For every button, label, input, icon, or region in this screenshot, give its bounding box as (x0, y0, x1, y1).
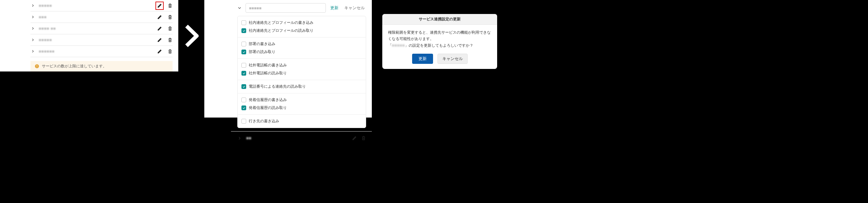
svg-rect-1 (36, 65, 37, 66)
limit-alert-text: サービスの数が上限に達しています。 (42, 63, 106, 69)
permission-label: 電話番号による連絡先の読み取り (249, 84, 306, 89)
checkbox[interactable] (241, 20, 246, 25)
checkbox[interactable] (241, 119, 246, 123)
service-row: ■■■■■ (30, 0, 173, 11)
permission-group: 社内連絡先とプロフィールの書き込み社内連絡先とプロフィールの読み取り (238, 16, 366, 37)
chevron-right-icon[interactable] (30, 50, 35, 53)
permission-label: 社外電話帳の読み取り (249, 70, 287, 76)
permission-group: 電話番号による連絡先の読み取り (238, 80, 366, 93)
svg-rect-2 (36, 67, 37, 67)
checkbox[interactable] (241, 106, 246, 110)
permission-option[interactable]: 行き先の書き込み (241, 117, 362, 125)
row-actions (155, 25, 173, 33)
permission-option[interactable]: 発着信履歴の読み取り (241, 104, 362, 112)
checkbox[interactable] (241, 71, 246, 76)
delete-icon[interactable] (361, 135, 366, 141)
warning-icon (34, 64, 39, 69)
permission-label: 行き先の書き込み (249, 118, 279, 124)
cancel-link[interactable]: キャンセル (343, 5, 366, 11)
chevron-right-icon[interactable] (30, 38, 35, 41)
permission-label: 社内連絡先とプロフィールの読み取り (249, 28, 313, 33)
delete-icon[interactable] (167, 14, 173, 20)
edit-icon[interactable] (155, 13, 164, 21)
permission-option[interactable]: 社外電話帳の読み取り (241, 69, 362, 77)
checkbox[interactable] (241, 84, 246, 89)
permission-option[interactable]: 社外電話帳の書き込み (241, 61, 362, 69)
dialog-service-name: ■■■■■ (392, 42, 405, 49)
permission-edit-panel: 更新 キャンセル 社内連絡先とプロフィールの書き込み社内連絡先とプロフィールの読… (204, 0, 372, 118)
service-name: ■■■■ ■■ (39, 26, 155, 31)
service-list: ■■■■■■■■■■■■ ■■■■■■■■■■■■■ (0, 0, 178, 57)
edit-header: 更新 キャンセル (231, 0, 372, 16)
confirm-update-button[interactable]: 更新 (412, 54, 433, 64)
step-arrow-icon (185, 25, 198, 47)
permission-option[interactable]: 部署の読み取り (241, 48, 362, 56)
permission-groups: 社内連絡先とプロフィールの書き込み社内連絡先とプロフィールの読み取り部署の書き込… (237, 16, 366, 128)
checkbox[interactable] (241, 50, 246, 54)
permission-group: 行き先の書き込み (238, 115, 366, 128)
permission-option[interactable]: 部署の書き込み (241, 40, 362, 48)
update-link[interactable]: 更新 (329, 5, 340, 11)
chevron-right-icon[interactable] (30, 4, 35, 7)
edit-icon[interactable] (155, 2, 164, 10)
service-list-panel: ■■■■■■■■■■■■ ■■■■■■■■■■■■■ サービスの数が上限に達して… (0, 0, 178, 71)
chevron-right-icon[interactable] (30, 27, 35, 30)
permission-label: 部署の書き込み (249, 41, 275, 47)
permission-group: 部署の書き込み部署の読み取り (238, 37, 366, 59)
checkbox[interactable] (241, 28, 246, 33)
service-name: ■■■ (39, 14, 155, 19)
permission-label: 発着信履歴の書き込み (249, 97, 287, 103)
row-actions (155, 47, 173, 56)
delete-icon[interactable] (167, 3, 173, 8)
edit-icon[interactable] (352, 135, 357, 141)
confirm-dialog: サービス連携設定の更新 権限範囲を変更すると、連携先サービスの機能が利用できなく… (382, 14, 497, 69)
dialog-title: サービス連携設定の更新 (382, 14, 497, 25)
permission-label: 発着信履歴の読み取り (249, 105, 287, 111)
next-service-name: ■■ (246, 136, 298, 140)
row-actions (155, 36, 173, 44)
edit-icon[interactable] (155, 36, 164, 44)
checkbox[interactable] (241, 97, 246, 102)
permission-group: 社外電話帳の書き込み社外電話帳の読み取り (238, 59, 366, 80)
service-name: ■■■■■■ (39, 49, 155, 54)
collapse-toggle[interactable] (237, 6, 242, 10)
service-name: ■■■■■ (39, 37, 155, 42)
permission-label: 社内連絡先とプロフィールの書き込み (249, 20, 313, 25)
checkbox[interactable] (241, 63, 246, 68)
chevron-right-icon[interactable] (30, 15, 35, 19)
permission-group: 発着信履歴の書き込み発着信履歴の読み取り (238, 93, 366, 115)
permission-option[interactable]: 社内連絡先とプロフィールの書き込み (241, 19, 362, 27)
permission-label: 部署の読み取り (249, 49, 275, 55)
service-name-input[interactable] (246, 3, 326, 13)
confirm-cancel-button[interactable]: キャンセル (437, 54, 468, 64)
service-row: ■■■ (30, 11, 173, 23)
dialog-body-line1: 権限範囲を変更すると、連携先サービスの機能が利用できなくなる可能性があります。 (388, 29, 491, 42)
permission-option[interactable]: 社内連絡先とプロフィールの読み取り (241, 27, 362, 35)
row-actions (155, 2, 173, 10)
delete-icon[interactable] (167, 26, 173, 31)
dialog-body: 権限範囲を変更すると、連携先サービスの機能が利用できなくなる可能性があります。 … (382, 25, 497, 52)
service-row: ■■■■■■ (30, 46, 173, 57)
checkbox[interactable] (241, 41, 246, 47)
row-actions (155, 13, 173, 21)
permission-label: 社外電話帳の書き込み (249, 63, 287, 68)
edit-icon[interactable] (155, 25, 164, 33)
permission-option[interactable]: 電話番号による連絡先の読み取り (241, 83, 362, 90)
permission-option[interactable]: 発着信履歴の書き込み (241, 96, 362, 104)
delete-icon[interactable] (167, 37, 173, 42)
service-row: ■■■■ ■■ (30, 23, 173, 34)
service-row: ■■■■■ (30, 34, 173, 46)
next-service-row: ■■ (231, 131, 372, 143)
delete-icon[interactable] (167, 49, 173, 54)
dialog-body-line2: 「■■■■■」の設定を更新してもよろしいですか？ (388, 42, 491, 49)
service-name: ■■■■■ (39, 3, 155, 8)
dialog-actions: 更新 キャンセル (382, 52, 497, 69)
limit-alert: サービスの数が上限に達しています。 (30, 61, 173, 71)
edit-icon[interactable] (155, 47, 164, 56)
expand-toggle[interactable] (237, 136, 242, 140)
